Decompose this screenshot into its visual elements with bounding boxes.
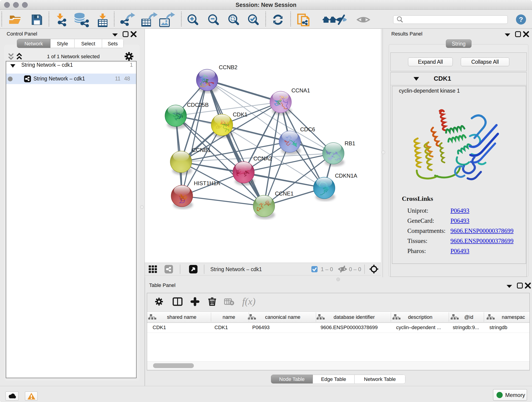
svg-text:1 – 0: 1 – 0 <box>321 266 333 272</box>
svg-text:description: description <box>408 314 432 320</box>
svg-text:String Network – cdk1: String Network – cdk1 <box>210 266 262 272</box>
svg-text:HIST1H1A: HIST1H1A <box>194 180 220 186</box>
svg-text:shared name: shared name <box>167 314 196 320</box>
svg-text:namespac: namespac <box>502 314 525 320</box>
svg-text:?: ? <box>519 16 523 23</box>
svg-text:f(x): f(x) <box>242 296 255 307</box>
svg-text:0 – 0: 0 – 0 <box>349 266 361 272</box>
svg-text:CCNA2: CCNA2 <box>253 155 272 162</box>
svg-text:CCNB1: CCNB1 <box>192 147 210 153</box>
svg-text:CDC6: CDC6 <box>300 126 315 133</box>
svg-text:CDK1: CDK1 <box>233 111 247 118</box>
svg-text:canonical name: canonical name <box>265 314 300 320</box>
svg-text:RB1: RB1 <box>345 140 355 147</box>
svg-text:CCNA1: CCNA1 <box>291 87 310 94</box>
svg-text:name: name <box>222 314 235 320</box>
svg-text:CCNB2: CCNB2 <box>219 64 237 70</box>
svg-text:@id: @id <box>464 314 473 320</box>
svg-text:CDKN1A: CDKN1A <box>335 172 357 179</box>
svg-text:CDC25B: CDC25B <box>187 102 209 108</box>
svg-text:database identifier: database identifier <box>334 314 375 320</box>
svg-text:CCNE1: CCNE1 <box>275 191 293 197</box>
